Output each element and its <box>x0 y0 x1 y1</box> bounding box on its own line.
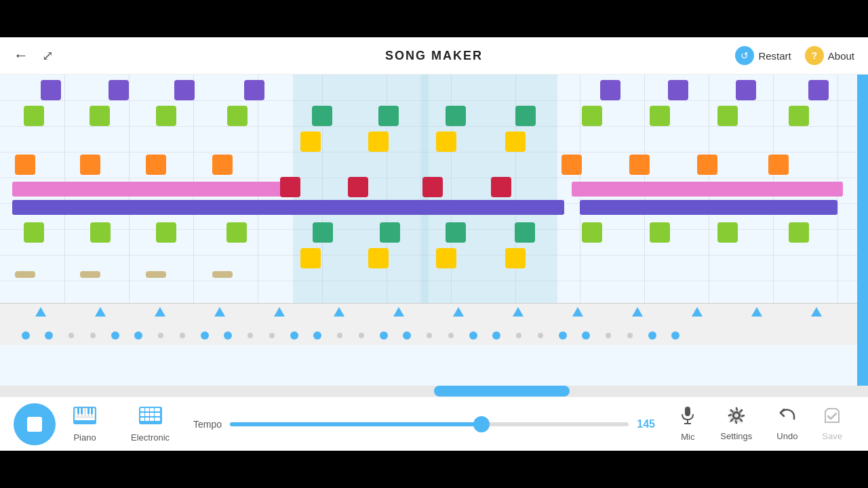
note-block[interactable] <box>90 222 111 243</box>
dot-note[interactable] <box>559 331 567 340</box>
note-block[interactable] <box>650 106 670 126</box>
purple-bar[interactable] <box>293 200 564 215</box>
note-block[interactable] <box>697 155 717 175</box>
triangle-note[interactable] <box>155 307 165 317</box>
electronic-button[interactable]: Electronic <box>114 403 186 446</box>
note-block[interactable] <box>515 106 536 126</box>
piano-button[interactable]: Piano <box>56 403 114 446</box>
dot-note[interactable] <box>492 331 500 340</box>
note-block[interactable] <box>15 271 35 278</box>
triangle-note[interactable] <box>334 307 344 317</box>
dot-note[interactable] <box>22 331 30 340</box>
note-block[interactable] <box>436 248 456 268</box>
note-block[interactable] <box>156 106 176 126</box>
triangle-note[interactable] <box>214 307 225 317</box>
save-button[interactable]: Save <box>810 403 854 445</box>
note-block[interactable] <box>368 248 389 268</box>
settings-button[interactable]: Settings <box>708 403 764 445</box>
about-button[interactable]: ? About <box>805 46 854 65</box>
note-block[interactable] <box>808 80 829 100</box>
note-block[interactable] <box>348 177 368 197</box>
triangle-note[interactable] <box>751 307 762 317</box>
note-block[interactable] <box>174 80 195 100</box>
note-block[interactable] <box>582 222 602 243</box>
dot-note[interactable] <box>111 331 119 340</box>
note-block[interactable] <box>24 106 44 126</box>
note-block[interactable] <box>146 271 166 278</box>
mic-button[interactable]: Mic <box>667 403 708 445</box>
note-block[interactable] <box>80 271 100 278</box>
grid-container[interactable] <box>0 75 868 386</box>
note-block[interactable] <box>244 80 264 100</box>
triangle-note[interactable] <box>274 307 285 317</box>
dot-note[interactable] <box>648 331 656 340</box>
triangle-note[interactable] <box>572 307 583 317</box>
dot-note[interactable] <box>671 331 679 340</box>
note-block[interactable] <box>446 222 466 243</box>
dot-note[interactable] <box>201 331 209 340</box>
note-block[interactable] <box>582 106 602 126</box>
dot-note[interactable] <box>134 331 142 340</box>
dot-note[interactable] <box>224 331 232 340</box>
note-block[interactable] <box>600 80 620 100</box>
note-block[interactable] <box>226 222 247 243</box>
note-block[interactable] <box>300 131 321 152</box>
pink-bar[interactable] <box>12 182 297 197</box>
note-block[interactable] <box>368 131 389 152</box>
note-block[interactable] <box>505 131 526 152</box>
dot-note[interactable] <box>469 331 477 340</box>
note-block[interactable] <box>629 155 650 175</box>
triangle-note[interactable] <box>453 307 464 317</box>
note-block[interactable] <box>15 155 35 175</box>
triangle-note[interactable] <box>632 307 643 317</box>
dot-note[interactable] <box>290 331 298 340</box>
note-block[interactable] <box>108 80 129 100</box>
back-button[interactable]: ← <box>14 47 28 64</box>
note-block[interactable] <box>789 106 809 126</box>
tempo-slider[interactable] <box>230 422 629 426</box>
triangle-note[interactable] <box>513 307 524 317</box>
triangle-note[interactable] <box>35 307 46 317</box>
note-block[interactable] <box>446 106 466 126</box>
note-block[interactable] <box>515 222 535 243</box>
note-block[interactable] <box>505 248 526 268</box>
move-icon[interactable]: ⤢ <box>42 47 54 64</box>
tempo-thumb[interactable] <box>473 416 490 432</box>
note-block[interactable] <box>491 177 511 197</box>
undo-button[interactable]: Undo <box>764 403 810 445</box>
dot-note[interactable] <box>380 331 388 340</box>
note-block[interactable] <box>280 177 300 197</box>
dot-note[interactable] <box>582 331 590 340</box>
note-block[interactable] <box>80 155 100 175</box>
dot-note[interactable] <box>45 331 53 340</box>
note-block[interactable] <box>668 80 688 100</box>
stop-button[interactable] <box>14 403 56 445</box>
pink-bar[interactable] <box>572 182 843 197</box>
triangle-note[interactable] <box>692 307 703 317</box>
note-block[interactable] <box>717 222 738 243</box>
note-block[interactable] <box>561 155 582 175</box>
note-block[interactable] <box>378 106 399 126</box>
h-scrollbar-thumb[interactable] <box>434 386 570 396</box>
note-block[interactable] <box>380 222 400 243</box>
dot-note[interactable] <box>313 331 321 340</box>
note-block[interactable] <box>736 80 756 100</box>
note-block[interactable] <box>312 106 332 126</box>
purple-bar[interactable] <box>12 200 297 215</box>
dot-note[interactable] <box>403 331 411 340</box>
note-block[interactable] <box>146 155 166 175</box>
note-block[interactable] <box>156 222 176 243</box>
note-block[interactable] <box>212 271 233 278</box>
note-block[interactable] <box>768 155 789 175</box>
note-block[interactable] <box>422 177 443 197</box>
note-block[interactable] <box>90 106 110 126</box>
note-block[interactable] <box>436 131 456 152</box>
notes-grid[interactable] <box>0 75 857 345</box>
triangle-note[interactable] <box>95 307 106 317</box>
scrollbar-thumb[interactable] <box>857 75 868 386</box>
note-block[interactable] <box>41 80 61 100</box>
note-block[interactable] <box>650 222 670 243</box>
note-block[interactable] <box>789 222 809 243</box>
note-block[interactable] <box>24 222 44 243</box>
restart-button[interactable]: ↺ Restart <box>735 46 791 65</box>
